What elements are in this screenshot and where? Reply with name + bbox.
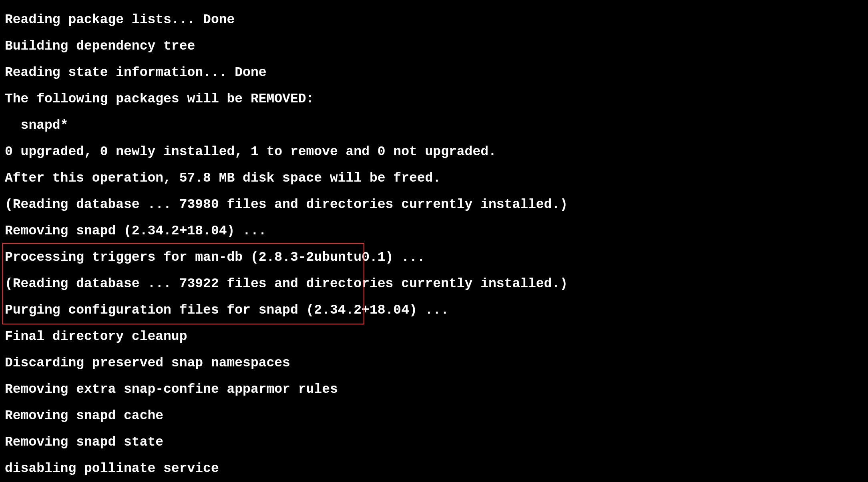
terminal-line: Removing snapd state bbox=[5, 436, 868, 449]
terminal-line: Removing snapd (2.34.2+18.04) ... bbox=[5, 224, 868, 238]
terminal-line: The following packages will be REMOVED: bbox=[5, 92, 868, 106]
terminal-line: Building dependency tree bbox=[5, 40, 868, 53]
terminal-line: (Reading database ... 73922 files and di… bbox=[5, 277, 868, 290]
terminal-line: Discarding preserved snap namespaces bbox=[5, 356, 868, 370]
terminal-line: snapd* bbox=[5, 119, 868, 132]
terminal-line: Removing extra snap-confine apparmor rul… bbox=[5, 383, 868, 396]
terminal-line: (Reading database ... 73980 files and di… bbox=[5, 198, 868, 211]
terminal-line: Reading package lists... Done bbox=[5, 13, 868, 26]
terminal-line: After this operation, 57.8 MB disk space… bbox=[5, 172, 868, 185]
terminal-line: Final directory cleanup bbox=[5, 330, 868, 343]
terminal-line: Reading state information... Done bbox=[5, 66, 868, 79]
terminal-line: disabling pollinate service bbox=[5, 462, 868, 475]
terminal-line: Removing snapd cache bbox=[5, 409, 868, 422]
terminal-line: Purging configuration files for snapd (2… bbox=[5, 304, 868, 317]
terminal-line: 0 upgraded, 0 newly installed, 1 to remo… bbox=[5, 145, 868, 158]
terminal-line: Processing triggers for man-db (2.8.3-2u… bbox=[5, 251, 868, 264]
terminal-output: Reading package lists... Done Building d… bbox=[0, 0, 868, 482]
